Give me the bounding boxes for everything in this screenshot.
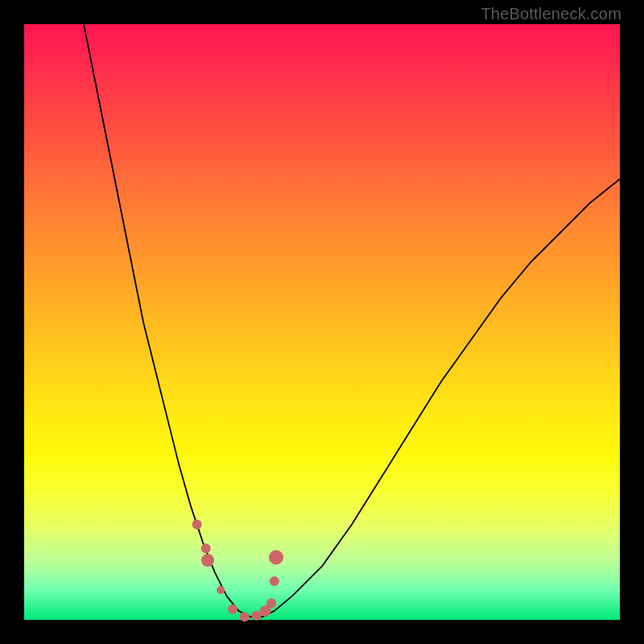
curve-marker (192, 520, 202, 530)
bottleneck-curve (84, 24, 620, 617)
curve-marker (201, 543, 211, 553)
attribution-text: TheBottleneck.com (481, 5, 621, 23)
chart-plot-area (24, 24, 620, 620)
chart-svg (24, 24, 620, 620)
curve-marker (269, 550, 283, 564)
curve-marker (201, 554, 214, 567)
curve-marker (217, 586, 225, 594)
curve-marker (252, 611, 262, 621)
curve-marker (266, 598, 276, 608)
curve-marker (240, 612, 250, 621)
curve-marker (270, 576, 279, 586)
curve-marker (228, 605, 237, 614)
marker-group (192, 520, 283, 622)
